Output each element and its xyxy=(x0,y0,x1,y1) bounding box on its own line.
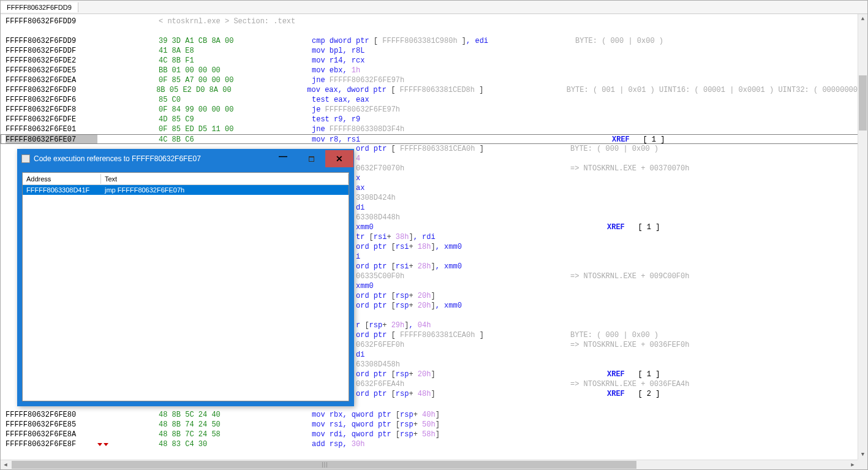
disasm-line-partial[interactable]: 4 xyxy=(356,154,689,164)
disasm-line-partial[interactable]: 0632F70070h=> NTOSKRNL.EXE + 00370070h xyxy=(356,164,689,173)
disasm-line-partial[interactable]: ord ptr [rsp+ 20h] xyxy=(356,291,689,301)
disasm-line[interactable]: FFFFF80632F6FDF08B 05 E2 D0 8A 00mov eax… xyxy=(6,85,858,95)
section-header: FFFFF80632F6FDD9< ntoskrnl.exe > Section… xyxy=(6,17,858,26)
disasm-line-partial[interactable]: i xyxy=(356,252,689,262)
disasm-line-partial[interactable]: tr [rsi+ 38h], rdi xyxy=(356,232,689,242)
disasm-line-partial[interactable]: 0632F6FEF0h=> NTOSKRNL.EXE + 0036FEF0h xyxy=(356,340,689,350)
disasm-line-partial[interactable]: ord ptr [rsp+ 20h], xmm0 xyxy=(356,301,689,311)
disasm-line-partial[interactable]: 3308D424h xyxy=(356,193,689,203)
disasm-line[interactable]: FFFFF80632F6FE8F48 83 C4 30add rsp, 30h xyxy=(6,439,575,449)
dialog-icon xyxy=(21,154,30,163)
disasm-line-partial[interactable]: ord ptr [ FFFFF8063381CEA0h ]BYTE: ( 000… xyxy=(356,144,689,154)
disasm-partial-area: ord ptr [ FFFFF8063381CEA0h ]BYTE: ( 000… xyxy=(356,144,689,399)
list-row[interactable]: FFFFF8063308D41Fjmp FFFFF80632F6FE07h xyxy=(23,185,349,195)
list-header: Address Text xyxy=(23,173,349,185)
close-button[interactable]: ✕ xyxy=(325,150,353,167)
maximize-button[interactable] xyxy=(297,150,325,167)
disasm-line[interactable]: FFFFF80632F6FDDF41 8A E8mov bpl, r8L xyxy=(6,46,858,56)
disasm-line[interactable]: FFFFF80632F6FDD939 3D A1 CB 8A 00cmp dwo… xyxy=(6,36,858,46)
disasm-line-partial[interactable]: xmm0XREF [ 1 ] xyxy=(356,222,689,232)
disasm-line[interactable]: FFFFF80632F6FE8048 8B 5C 24 40mov rbx, q… xyxy=(6,410,575,420)
disasm-line-partial[interactable] xyxy=(356,311,689,320)
disasm-line-partial[interactable]: xmm0 xyxy=(356,281,689,291)
scroll-left-icon[interactable]: ◀ xyxy=(1,460,10,469)
disasm-line[interactable]: FFFFF80632F6FDF685 C0test eax, eax xyxy=(6,95,858,105)
disasm-line-partial[interactable]: 63308D448h xyxy=(356,213,689,222)
horizontal-scrollbar[interactable]: ◀ ▶ xyxy=(1,460,858,469)
disasm-line-partial[interactable]: di xyxy=(356,350,689,360)
disasm-line[interactable]: FFFFF80632F6FE074C 8B C6mov r8, rsiXREF … xyxy=(1,134,858,144)
scroll-right-icon[interactable]: ▶ xyxy=(848,460,858,469)
column-address[interactable]: Address xyxy=(23,174,101,184)
xref-dialog[interactable]: Code execution references to FFFFF80632F… xyxy=(17,149,354,406)
disasm-line[interactable]: FFFFF80632F6FDE5BB 01 00 00 00mov ebx, 1… xyxy=(6,66,858,75)
disasm-line-partial[interactable]: ax xyxy=(356,183,689,193)
disasm-line[interactable]: FFFFF80632F6FE8548 8B 74 24 50mov rsi, q… xyxy=(6,420,575,430)
disasm-line[interactable]: FFFFF80632F6FE010F 85 ED D5 11 00jne FFF… xyxy=(6,124,858,134)
scroll-down-icon[interactable]: ▼ xyxy=(858,450,867,460)
scroll-up-icon[interactable]: ▲ xyxy=(858,14,867,24)
vertical-scrollbar[interactable]: ▲ ▼ xyxy=(858,14,867,460)
disasm-line-partial[interactable]: ord ptr [rsi+ 18h], xmm0 xyxy=(356,242,689,252)
dialog-body: Address Text FFFFF8063308D41Fjmp FFFFF80… xyxy=(18,168,353,406)
disasm-line-partial[interactable]: r [rsp+ 29h], 04h xyxy=(356,320,689,330)
disasm-line[interactable]: FFFFF80632F6FDF80F 84 99 00 00 00je FFFF… xyxy=(6,105,858,115)
disasm-line-partial[interactable]: ord ptr [ FFFFF8063381CEA0h ]BYTE: ( 000… xyxy=(356,330,689,340)
disasm-line[interactable]: FFFFF80632F6FE8A48 8B 7C 24 58mov rdi, q… xyxy=(6,430,575,439)
dialog-title-bar[interactable]: Code execution references to FFFFF80632F… xyxy=(18,150,353,168)
disasm-line-partial[interactable]: x xyxy=(356,173,689,183)
column-text[interactable]: Text xyxy=(101,174,349,184)
minimize-button[interactable]: — xyxy=(269,150,297,167)
dialog-title: Code execution references to FFFFF80632F… xyxy=(34,154,269,163)
disasm-line[interactable]: FFFFF80632F6FDE24C 8B F1mov r14, rcx xyxy=(6,56,858,66)
dialog-inner: Address Text FFFFF8063308D41Fjmp FFFFF80… xyxy=(22,172,349,401)
hscroll-thumb[interactable] xyxy=(12,461,636,469)
disasm-line-partial[interactable]: 06335C00F0h=> NTOSKRNL.EXE + 009C00F0h xyxy=(356,271,689,281)
disasm-line-partial[interactable]: ord ptr [rsi+ 28h], xmm0 xyxy=(356,262,689,271)
disasm-line-partial[interactable]: ord ptr [rsp+ 48h]XREF [ 2 ] xyxy=(356,389,689,399)
blank-line xyxy=(6,26,858,36)
tab-bar: FFFFF80632F6FDD9 xyxy=(1,1,867,14)
disasm-line-partial[interactable]: 63308D458h xyxy=(356,360,689,370)
scrollbar-corner xyxy=(858,460,867,469)
disasm-line-partial[interactable]: di xyxy=(356,203,689,213)
disasm-bottom-area: FFFFF80632F6FE8048 8B 5C 24 40mov rbx, q… xyxy=(6,410,575,449)
disasm-line[interactable]: FFFFF80632F6FDEA0F 85 A7 00 00 00jne FFF… xyxy=(6,75,858,85)
disasm-line[interactable]: FFFFF80632F6FDFE4D 85 C9test r9, r9 xyxy=(6,115,858,124)
disasm-line-partial[interactable]: 0632F6FEA4h=> NTOSKRNL.EXE + 0036FEA4h xyxy=(356,379,689,389)
list-body[interactable]: FFFFF8063308D41Fjmp FFFFF80632F6FE07h xyxy=(23,185,349,401)
disasm-line-partial[interactable]: ord ptr [rsp+ 20h]XREF [ 1 ] xyxy=(356,370,689,379)
vscroll-thumb[interactable] xyxy=(859,75,867,131)
tab-address[interactable]: FFFFF80632F6FDD9 xyxy=(1,2,78,12)
